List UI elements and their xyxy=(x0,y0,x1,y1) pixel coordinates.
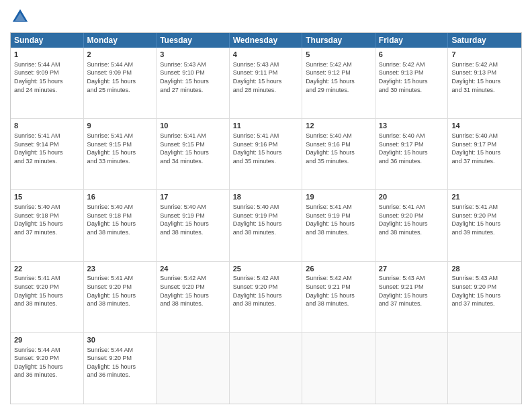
day-number: 25 xyxy=(233,264,299,274)
day-number: 24 xyxy=(160,264,226,274)
day-number: 13 xyxy=(379,121,445,131)
day-info: Sunrise: 5:41 AM Sunset: 9:19 PM Dayligh… xyxy=(306,203,371,236)
day-info: Sunrise: 5:40 AM Sunset: 9:18 PM Dayligh… xyxy=(14,203,80,236)
cal-cell: 29Sunrise: 5:44 AM Sunset: 9:20 PM Dayli… xyxy=(11,333,84,404)
cal-row-0: 1Sunrise: 5:44 AM Sunset: 9:09 PM Daylig… xyxy=(11,48,521,118)
cal-row-4: 29Sunrise: 5:44 AM Sunset: 9:20 PM Dayli… xyxy=(11,332,521,404)
cal-cell: 7Sunrise: 5:42 AM Sunset: 9:13 PM Daylig… xyxy=(448,48,521,118)
cal-cell xyxy=(302,333,375,404)
cal-cell: 3Sunrise: 5:43 AM Sunset: 9:10 PM Daylig… xyxy=(157,48,230,118)
logo-icon xyxy=(10,7,30,27)
day-info: Sunrise: 5:43 AM Sunset: 9:11 PM Dayligh… xyxy=(233,60,299,94)
calendar-body: 1Sunrise: 5:44 AM Sunset: 9:09 PM Daylig… xyxy=(11,48,521,404)
day-info: Sunrise: 5:40 AM Sunset: 9:16 PM Dayligh… xyxy=(306,132,371,165)
day-number: 27 xyxy=(379,264,445,274)
header-cell-sunday: Sunday xyxy=(11,33,84,48)
cal-cell: 8Sunrise: 5:41 AM Sunset: 9:14 PM Daylig… xyxy=(11,119,84,189)
cal-cell: 11Sunrise: 5:41 AM Sunset: 9:16 PM Dayli… xyxy=(230,119,303,189)
day-info: Sunrise: 5:42 AM Sunset: 9:20 PM Dayligh… xyxy=(160,274,226,308)
cal-cell: 28Sunrise: 5:43 AM Sunset: 9:20 PM Dayli… xyxy=(448,262,521,332)
header-cell-friday: Friday xyxy=(375,33,449,48)
cal-cell: 16Sunrise: 5:40 AM Sunset: 9:18 PM Dayli… xyxy=(84,190,157,261)
day-info: Sunrise: 5:42 AM Sunset: 9:21 PM Dayligh… xyxy=(306,274,371,308)
cal-cell: 5Sunrise: 5:42 AM Sunset: 9:12 PM Daylig… xyxy=(302,48,375,118)
cal-cell xyxy=(230,333,303,404)
header-cell-thursday: Thursday xyxy=(302,33,375,48)
cal-cell: 22Sunrise: 5:41 AM Sunset: 9:20 PM Dayli… xyxy=(11,262,84,332)
header-cell-tuesday: Tuesday xyxy=(157,33,230,48)
day-info: Sunrise: 5:41 AM Sunset: 9:14 PM Dayligh… xyxy=(14,132,80,165)
day-number: 21 xyxy=(451,192,518,202)
cal-cell: 20Sunrise: 5:41 AM Sunset: 9:20 PM Dayli… xyxy=(375,190,449,261)
cal-cell xyxy=(375,333,449,404)
header-cell-saturday: Saturday xyxy=(448,33,521,48)
day-number: 17 xyxy=(160,192,226,202)
day-number: 15 xyxy=(14,192,80,202)
day-info: Sunrise: 5:40 AM Sunset: 9:19 PM Dayligh… xyxy=(233,203,299,236)
cal-cell: 23Sunrise: 5:41 AM Sunset: 9:20 PM Dayli… xyxy=(84,262,157,332)
cal-cell: 12Sunrise: 5:40 AM Sunset: 9:16 PM Dayli… xyxy=(302,119,375,189)
day-number: 3 xyxy=(160,50,226,60)
day-number: 20 xyxy=(379,192,445,202)
day-info: Sunrise: 5:43 AM Sunset: 9:20 PM Dayligh… xyxy=(451,274,518,308)
day-info: Sunrise: 5:40 AM Sunset: 9:18 PM Dayligh… xyxy=(87,203,153,236)
day-number: 12 xyxy=(306,121,371,131)
day-info: Sunrise: 5:44 AM Sunset: 9:20 PM Dayligh… xyxy=(87,346,153,379)
cal-cell: 19Sunrise: 5:41 AM Sunset: 9:19 PM Dayli… xyxy=(302,190,375,261)
day-number: 7 xyxy=(451,50,518,60)
page: SundayMondayTuesdayWednesdayThursdayFrid… xyxy=(0,0,532,411)
day-info: Sunrise: 5:42 AM Sunset: 9:13 PM Dayligh… xyxy=(451,60,518,94)
header-cell-monday: Monday xyxy=(84,33,157,48)
day-number: 19 xyxy=(306,192,371,202)
day-info: Sunrise: 5:44 AM Sunset: 9:09 PM Dayligh… xyxy=(14,60,80,94)
day-number: 16 xyxy=(87,192,153,202)
cal-cell xyxy=(448,333,521,404)
cal-cell: 1Sunrise: 5:44 AM Sunset: 9:09 PM Daylig… xyxy=(11,48,84,118)
day-info: Sunrise: 5:43 AM Sunset: 9:10 PM Dayligh… xyxy=(160,60,226,94)
cal-cell: 4Sunrise: 5:43 AM Sunset: 9:11 PM Daylig… xyxy=(230,48,303,118)
day-info: Sunrise: 5:41 AM Sunset: 9:20 PM Dayligh… xyxy=(87,274,153,308)
day-number: 1 xyxy=(14,50,80,60)
day-number: 30 xyxy=(87,335,153,345)
day-info: Sunrise: 5:44 AM Sunset: 9:20 PM Dayligh… xyxy=(14,346,80,379)
day-info: Sunrise: 5:42 AM Sunset: 9:12 PM Dayligh… xyxy=(306,60,371,94)
day-info: Sunrise: 5:41 AM Sunset: 9:20 PM Dayligh… xyxy=(451,203,518,236)
cal-cell: 24Sunrise: 5:42 AM Sunset: 9:20 PM Dayli… xyxy=(157,262,230,332)
day-number: 28 xyxy=(451,264,518,274)
header xyxy=(10,7,522,27)
logo xyxy=(10,7,33,27)
day-number: 14 xyxy=(451,121,518,131)
day-number: 8 xyxy=(14,121,80,131)
cal-cell: 2Sunrise: 5:44 AM Sunset: 9:09 PM Daylig… xyxy=(84,48,157,118)
day-number: 6 xyxy=(379,50,445,60)
day-info: Sunrise: 5:42 AM Sunset: 9:13 PM Dayligh… xyxy=(379,60,445,94)
day-number: 22 xyxy=(14,264,80,274)
cal-cell: 17Sunrise: 5:40 AM Sunset: 9:19 PM Dayli… xyxy=(157,190,230,261)
day-info: Sunrise: 5:40 AM Sunset: 9:19 PM Dayligh… xyxy=(160,203,226,236)
day-number: 5 xyxy=(306,50,371,60)
day-info: Sunrise: 5:44 AM Sunset: 9:09 PM Dayligh… xyxy=(87,60,153,94)
day-number: 18 xyxy=(233,192,299,202)
day-info: Sunrise: 5:41 AM Sunset: 9:15 PM Dayligh… xyxy=(87,132,153,165)
day-info: Sunrise: 5:43 AM Sunset: 9:21 PM Dayligh… xyxy=(379,274,445,308)
cal-cell xyxy=(157,333,230,404)
cal-cell: 25Sunrise: 5:42 AM Sunset: 9:20 PM Dayli… xyxy=(230,262,303,332)
cal-row-1: 8Sunrise: 5:41 AM Sunset: 9:14 PM Daylig… xyxy=(11,118,521,189)
header-cell-wednesday: Wednesday xyxy=(230,33,303,48)
day-number: 29 xyxy=(14,335,80,345)
day-info: Sunrise: 5:40 AM Sunset: 9:17 PM Dayligh… xyxy=(379,132,445,165)
cal-row-3: 22Sunrise: 5:41 AM Sunset: 9:20 PM Dayli… xyxy=(11,261,521,332)
calendar: SundayMondayTuesdayWednesdayThursdayFrid… xyxy=(10,32,522,404)
day-number: 10 xyxy=(160,121,226,131)
cal-cell: 18Sunrise: 5:40 AM Sunset: 9:19 PM Dayli… xyxy=(230,190,303,261)
cal-cell: 14Sunrise: 5:40 AM Sunset: 9:17 PM Dayli… xyxy=(448,119,521,189)
day-number: 9 xyxy=(87,121,153,131)
cal-cell: 21Sunrise: 5:41 AM Sunset: 9:20 PM Dayli… xyxy=(448,190,521,261)
day-number: 4 xyxy=(233,50,299,60)
day-number: 11 xyxy=(233,121,299,131)
day-number: 26 xyxy=(306,264,371,274)
cal-cell: 30Sunrise: 5:44 AM Sunset: 9:20 PM Dayli… xyxy=(84,333,157,404)
day-info: Sunrise: 5:41 AM Sunset: 9:20 PM Dayligh… xyxy=(14,274,80,308)
day-info: Sunrise: 5:42 AM Sunset: 9:20 PM Dayligh… xyxy=(233,274,299,308)
cal-cell: 27Sunrise: 5:43 AM Sunset: 9:21 PM Dayli… xyxy=(375,262,449,332)
